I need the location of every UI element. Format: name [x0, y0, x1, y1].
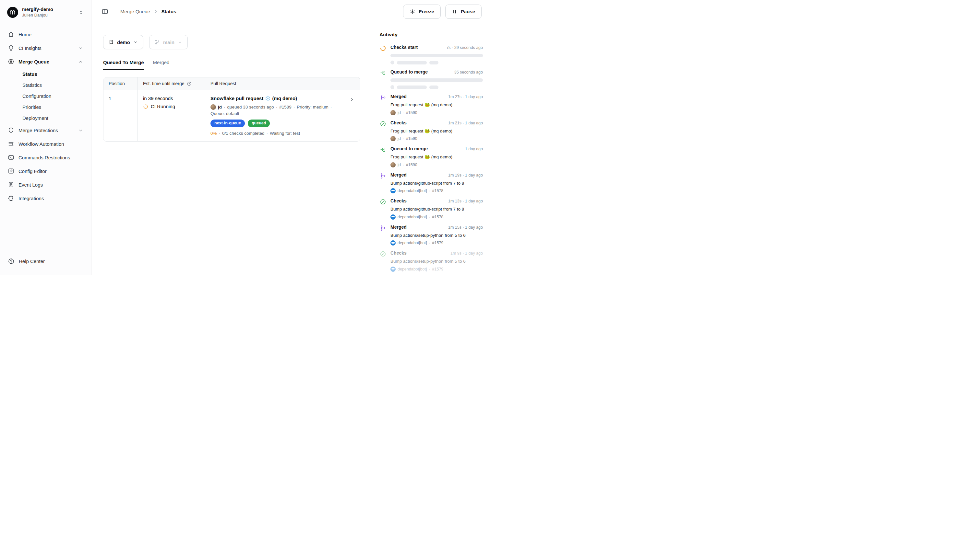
sidebar-item[interactable]: Merge Queue	[5, 55, 87, 68]
activity-event-label: Checks start	[390, 45, 418, 50]
tab-label: Queued To Merge	[103, 60, 144, 65]
activity-pr-title: Frog pull request 🐸 (mq demo)	[390, 128, 483, 134]
queue-row[interactable]: 1 in 39 seconds CI Running Snowfla	[103, 90, 360, 141]
activity-title: Activity	[379, 32, 483, 38]
activity-item[interactable]: Checks 1m 9s · 1 day ago Bump actions/se…	[379, 250, 483, 275]
activity-item[interactable]: Merged 1m 15s · 1 day ago Bump actions/s…	[379, 225, 483, 251]
check-circle-icon	[379, 120, 387, 127]
sidebar-item[interactable]: Event Logs	[5, 178, 87, 192]
workspace-selector[interactable]: mergify-demo Julien Danjou	[5, 5, 87, 20]
sidebar-item-label: Home	[19, 32, 32, 37]
avatar	[210, 104, 216, 110]
activity-item[interactable]: Queued to merge 1 day ago Frog pull requ…	[379, 146, 483, 172]
check-circle-icon	[379, 250, 387, 257]
activity-item[interactable]: Checks 1m 13s · 1 day ago Bump actions/g…	[379, 198, 483, 225]
sidebar-item[interactable]: Home	[5, 27, 87, 41]
activity-event-time: 1m 21s · 1 day ago	[448, 121, 483, 125]
avatar	[390, 110, 396, 115]
breadcrumb-merge-queue[interactable]: Merge Queue	[120, 9, 150, 14]
skeleton-bar	[430, 86, 438, 89]
sidebar-subitem[interactable]: Statistics	[5, 79, 87, 90]
activity-pr-title: Bump actions/setup-python from 5 to 6	[390, 233, 483, 238]
shield-icon	[8, 127, 14, 133]
activity-event-time: 1m 15s · 1 day ago	[448, 225, 483, 230]
checks-completed: 0/1 checks completed	[222, 131, 265, 136]
activity-pr-author: jd	[398, 111, 401, 115]
check-circle-icon	[379, 198, 387, 205]
repository-selector[interactable]: demo	[103, 35, 143, 49]
activity-event-time: 35 seconds ago	[454, 70, 483, 74]
separator: ·	[276, 105, 278, 109]
chevron-right-icon[interactable]	[349, 97, 355, 102]
ci-insights-icon	[8, 45, 14, 51]
sidebar-item[interactable]: Integrations	[5, 192, 87, 205]
sidebar-item[interactable]: Commands Restrictions	[5, 151, 87, 164]
avatar	[390, 266, 396, 272]
branch-icon	[154, 39, 160, 45]
freeze-button[interactable]: Freeze	[403, 5, 441, 19]
activity-item[interactable]: Merged 1m 27s · 1 day ago Frog pull requ…	[379, 94, 483, 120]
activity-item[interactable]: Merged 1m 19s · 1 day ago Bump actions/g…	[379, 172, 483, 198]
sidebar-item[interactable]: Merge Protections	[5, 124, 87, 137]
activity-pr-number: #1590	[406, 111, 417, 115]
separator: ·	[224, 105, 225, 109]
activity-item[interactable]: Checks 1m 21s · 1 day ago Frog pull requ…	[379, 120, 483, 146]
activity-event-label: Merged	[390, 225, 407, 230]
loading-skeleton	[390, 78, 483, 89]
branch-selector[interactable]: main	[149, 35, 188, 49]
activity-pr-meta: jd · #1590	[390, 162, 483, 168]
badge-next-in-queue: next-in-queue	[210, 119, 245, 127]
activity-item-head: Checks 1m 9s · 1 day ago	[390, 250, 483, 255]
merge-icon	[379, 225, 387, 231]
activity-item-body: Checks 1m 21s · 1 day ago Frog pull requ…	[390, 120, 483, 141]
activity-event-time: 1m 13s · 1 day ago	[448, 199, 483, 203]
activity-panel: Activity Checks start 7s · 29 seconds ag…	[372, 23, 490, 275]
panel-left-icon	[102, 8, 108, 15]
row-pr-cell: Snowflake pull request ❄️ (mq demo) jd ·…	[205, 90, 360, 141]
freeze-button-label: Freeze	[418, 9, 434, 14]
pr-checks: 0% · 0/1 checks completed · Waiting for:…	[210, 131, 343, 136]
spinner-icon	[143, 104, 148, 109]
tab[interactable]: Merged	[153, 60, 170, 70]
sidebar-subitem[interactable]: Priorities	[5, 101, 87, 113]
separator: ·	[429, 267, 430, 271]
merge-icon	[379, 94, 387, 101]
event-logs-icon	[8, 181, 14, 188]
sidebar-subitem[interactable]: Configuration	[5, 90, 87, 101]
separator: ·	[403, 136, 404, 141]
sidebar-item[interactable]: Workflow Automation	[5, 137, 87, 151]
sidebar-toggle-button[interactable]	[100, 7, 110, 16]
sidebar-item[interactable]: CI Insights	[5, 41, 87, 55]
topbar: Merge Queue Status Freeze Pause	[91, 0, 490, 23]
activity-item-body: Queued to merge 1 day ago Frog pull requ…	[390, 146, 483, 168]
integrations-icon	[8, 195, 14, 201]
activity-pr-number: #1579	[432, 241, 444, 245]
skeleton-bar	[390, 54, 483, 57]
activity-item[interactable]: Queued to merge 35 seconds ago	[379, 69, 483, 94]
queue-table-body: 1 in 39 seconds CI Running Snowfla	[103, 90, 360, 141]
pause-button[interactable]: Pause	[445, 5, 482, 19]
tab[interactable]: Queued To Merge	[103, 60, 144, 70]
queue-table: Position Est. time until merge Pull Requ…	[103, 77, 360, 141]
activity-item-body: Merged 1m 19s · 1 day ago Bump actions/g…	[390, 172, 483, 194]
workflow-icon	[8, 141, 14, 147]
activity-pr-title: Bump actions/github-script from 7 to 8	[390, 206, 483, 212]
help-center-link[interactable]: Help Center	[5, 255, 87, 268]
column-position: Position	[103, 78, 137, 90]
activity-pr-author: jd	[398, 163, 401, 167]
question-circle-icon[interactable]	[187, 81, 192, 86]
activity-item-head: Checks start 7s · 29 seconds ago	[390, 45, 483, 50]
activity-pr-number: #1590	[406, 136, 417, 141]
sidebar-subitem[interactable]: Status	[5, 68, 87, 79]
activity-pr-number: #1590	[406, 163, 417, 167]
sidebar-item[interactable]: Config Editor	[5, 164, 87, 178]
avatar	[390, 162, 396, 168]
queue-section: demo main Queued To Merge	[91, 23, 372, 275]
row-ci-status: CI Running	[143, 104, 200, 109]
avatar	[390, 214, 396, 220]
activity-item[interactable]: Checks start 7s · 29 seconds ago	[379, 45, 483, 69]
breadcrumb-current: Status	[162, 9, 177, 14]
sidebar-subitem[interactable]: Deployment	[5, 113, 87, 124]
activity-pr-meta: dependabot[bot] · #1579	[390, 266, 483, 272]
config-editor-icon	[8, 168, 14, 174]
